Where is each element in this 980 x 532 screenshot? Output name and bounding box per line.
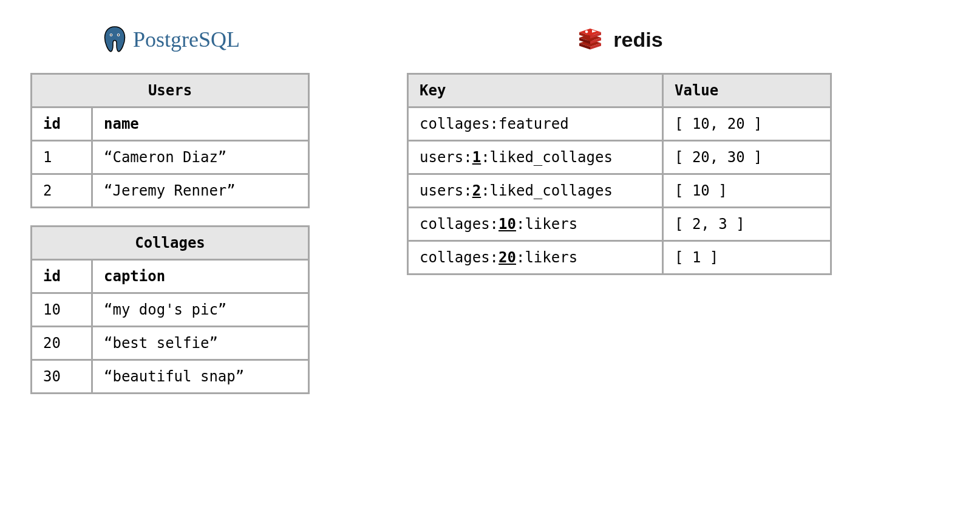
redis-value-cell: [ 20, 30 ] (663, 141, 831, 174)
svg-point-2 (111, 34, 112, 35)
collages-col-id: id (32, 260, 92, 293)
users-col-id: id (32, 107, 92, 141)
collages-table: Collages id caption 10 “my dog's pic” 20… (30, 225, 310, 394)
table-row: 1 “Cameron Diaz” (32, 141, 309, 174)
users-table-title: Users (32, 74, 309, 107)
table-row: users:2:liked_collages[ 10 ] (408, 174, 831, 208)
redis-key-cell: collages:featured (408, 107, 663, 141)
redis-logo: redis (407, 18, 832, 61)
table-row: collages:10:likers[ 2, 3 ] (408, 208, 831, 241)
redis-value-cell: [ 10 ] (663, 174, 831, 208)
redis-stack-icon (576, 25, 605, 54)
table-row: collages:featured[ 10, 20 ] (408, 107, 831, 141)
users-table: Users id name 1 “Cameron Diaz” 2 “Jeremy… (30, 73, 310, 208)
redis-value-cell: [ 10, 20 ] (663, 107, 831, 141)
table-row: users:1:liked_collages[ 20, 30 ] (408, 141, 831, 174)
table-row: 30 “beautiful snap” (32, 360, 309, 394)
table-row: 2 “Jeremy Renner” (32, 174, 309, 208)
svg-point-13 (585, 30, 588, 33)
collages-table-title: Collages (32, 227, 309, 260)
redis-column: redis Key Value collages:featured[ 10, 2… (407, 18, 832, 292)
table-row: 10 “my dog's pic” (32, 293, 309, 327)
redis-key-cell: users:1:liked_collages (408, 141, 663, 174)
redis-col-value: Value (663, 74, 831, 107)
redis-logo-text: redis (613, 28, 662, 52)
redis-key-cell: users:2:liked_collages (408, 174, 663, 208)
postgres-column: PostgreSQL Users id name 1 “Cameron Diaz… (30, 18, 310, 411)
postgres-logo: PostgreSQL (30, 18, 310, 61)
collages-col-caption: caption (92, 260, 309, 293)
redis-key-cell: collages:20:likers (408, 241, 663, 275)
redis-value-cell: [ 1 ] (663, 241, 831, 275)
redis-value-cell: [ 2, 3 ] (663, 208, 831, 241)
table-row: collages:20:likers[ 1 ] (408, 241, 831, 275)
svg-point-3 (118, 34, 119, 35)
postgres-elephant-icon (100, 25, 129, 54)
redis-col-key: Key (408, 74, 663, 107)
redis-table: Key Value collages:featured[ 10, 20 ]use… (407, 73, 832, 275)
table-row: 20 “best selfie” (32, 327, 309, 360)
postgres-logo-text: PostgreSQL (133, 27, 240, 52)
users-col-name: name (92, 107, 309, 141)
redis-key-cell: collages:10:likers (408, 208, 663, 241)
